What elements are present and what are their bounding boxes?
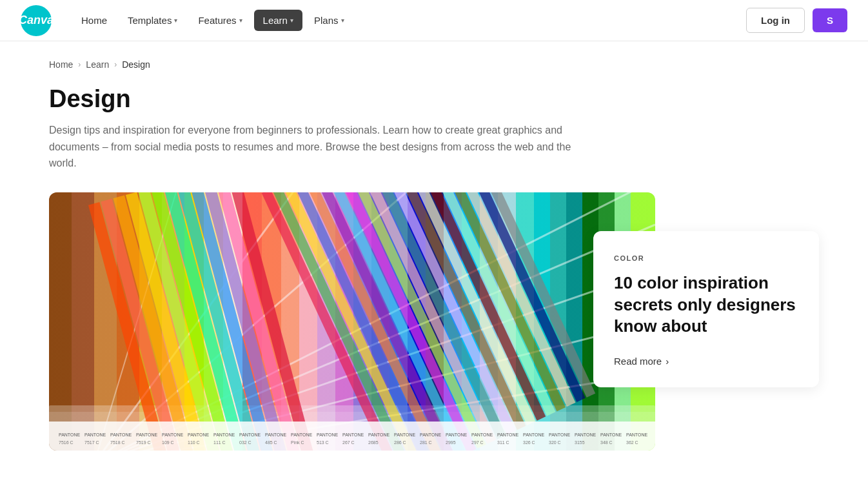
page-header: Design Design tips and inspiration for e…: [0, 80, 868, 192]
svg-text:032 C: 032 C: [239, 440, 252, 445]
nav-right: Log in S: [746, 8, 847, 33]
svg-text:PANTONE: PANTONE: [188, 432, 210, 437]
chevron-down-icon: ▾: [290, 17, 293, 24]
svg-text:110 C: 110 C: [188, 440, 200, 445]
breadcrumb-home[interactable]: Home: [49, 59, 73, 70]
logo-text: Canva: [19, 14, 54, 27]
nav-links: Home Templates ▾ Features ▾ Learn ▾ Plan…: [72, 10, 746, 31]
article-title: 10 color inspiration secrets only design…: [614, 272, 798, 338]
breadcrumb-current: Design: [122, 59, 150, 70]
svg-text:311 C: 311 C: [497, 440, 509, 445]
page-title: Design: [49, 85, 819, 113]
chevron-down-icon: ▾: [174, 17, 177, 24]
svg-text:267 C: 267 C: [342, 440, 355, 445]
featured-section: PANTONE PANTONE PANTONE PANTONE PANTONE …: [49, 192, 819, 451]
chevron-right-icon: ›: [666, 356, 669, 367]
svg-text:PANTONE: PANTONE: [342, 432, 364, 437]
svg-text:485 C: 485 C: [265, 440, 277, 445]
nav-plans-label: Plans: [314, 15, 339, 26]
svg-text:PANTONE: PANTONE: [265, 432, 287, 437]
svg-text:7516 C: 7516 C: [59, 440, 74, 445]
svg-text:7517 C: 7517 C: [84, 440, 99, 445]
svg-text:109 C: 109 C: [162, 440, 174, 445]
svg-text:7519 C: 7519 C: [136, 440, 151, 445]
nav-item-home[interactable]: Home: [72, 10, 116, 31]
nav-item-templates[interactable]: Templates ▾: [119, 10, 186, 31]
navbar: Canva Home Templates ▾ Features ▾ Learn …: [0, 0, 868, 41]
svg-text:PANTONE: PANTONE: [575, 432, 597, 437]
breadcrumb-separator-2: ›: [114, 60, 117, 69]
svg-text:PANTONE: PANTONE: [162, 432, 184, 437]
svg-text:286 C: 286 C: [394, 440, 406, 445]
svg-text:PANTONE: PANTONE: [394, 432, 416, 437]
svg-text:PANTONE: PANTONE: [213, 432, 235, 437]
svg-text:PANTONE: PANTONE: [471, 432, 493, 437]
svg-text:PANTONE: PANTONE: [84, 432, 106, 437]
svg-text:362 C: 362 C: [626, 440, 638, 445]
nav-templates-label: Templates: [128, 15, 172, 26]
svg-text:PANTONE: PANTONE: [497, 432, 519, 437]
svg-text:PANTONE: PANTONE: [317, 432, 339, 437]
svg-text:PANTONE: PANTONE: [239, 432, 261, 437]
svg-text:2685: 2685: [368, 440, 379, 445]
svg-text:PANTONE: PANTONE: [368, 432, 390, 437]
nav-home-label: Home: [81, 15, 107, 26]
nav-item-learn[interactable]: Learn ▾: [254, 10, 302, 31]
chevron-down-icon: ▾: [341, 17, 344, 24]
svg-text:2995: 2995: [446, 440, 456, 445]
breadcrumb-learn[interactable]: Learn: [86, 59, 109, 70]
svg-text:PANTONE: PANTONE: [291, 432, 313, 437]
svg-text:297 C: 297 C: [471, 440, 484, 445]
nav-item-plans[interactable]: Plans ▾: [305, 10, 353, 31]
signup-button[interactable]: S: [813, 8, 847, 32]
read-more-link[interactable]: Read more ›: [614, 356, 798, 367]
svg-text:326 C: 326 C: [523, 440, 535, 445]
svg-text:7518 C: 7518 C: [110, 440, 125, 445]
svg-text:PANTONE: PANTONE: [420, 432, 442, 437]
page-description: Design tips and inspiration for everyone…: [49, 122, 578, 172]
svg-text:PANTONE: PANTONE: [446, 432, 468, 437]
read-more-label: Read more: [614, 356, 662, 367]
nav-learn-label: Learn: [263, 15, 288, 26]
svg-text:PANTONE: PANTONE: [110, 432, 132, 437]
article-category: COLOR: [614, 254, 798, 262]
featured-image[interactable]: PANTONE PANTONE PANTONE PANTONE PANTONE …: [49, 192, 655, 451]
svg-text:513 C: 513 C: [317, 440, 329, 445]
svg-text:281 C: 281 C: [420, 440, 432, 445]
breadcrumb: Home › Learn › Design: [0, 41, 868, 80]
svg-text:348 C: 348 C: [600, 440, 613, 445]
svg-text:PANTONE: PANTONE: [136, 432, 158, 437]
svg-text:320 C: 320 C: [549, 440, 561, 445]
breadcrumb-separator: ›: [78, 60, 81, 69]
svg-text:PANTONE: PANTONE: [549, 432, 571, 437]
nav-item-features[interactable]: Features ▾: [189, 10, 251, 31]
svg-text:PANTONE: PANTONE: [626, 432, 648, 437]
svg-text:PANTONE: PANTONE: [59, 432, 81, 437]
nav-features-label: Features: [198, 15, 236, 26]
svg-text:PANTONE: PANTONE: [600, 432, 622, 437]
svg-text:3155: 3155: [575, 440, 585, 445]
login-button[interactable]: Log in: [746, 8, 805, 33]
svg-text:PANTONE: PANTONE: [523, 432, 545, 437]
chevron-down-icon: ▾: [239, 17, 242, 24]
svg-text:111 C: 111 C: [213, 440, 226, 445]
logo[interactable]: Canva: [21, 5, 52, 36]
svg-text:Pink C: Pink C: [291, 440, 304, 445]
featured-card: COLOR 10 color inspiration secrets only …: [593, 231, 819, 387]
